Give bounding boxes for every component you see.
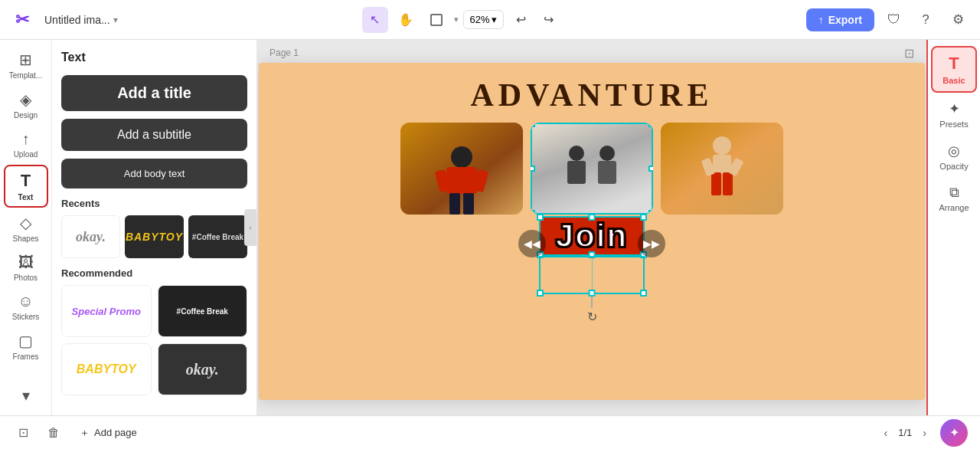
prev-slide-button[interactable]: ◀◀ <box>518 230 546 257</box>
recent-item-babytoy[interactable]: BABYTOY <box>125 215 184 258</box>
rec-item-special-promo[interactable]: Special Promo <box>61 285 152 337</box>
select-tool-button[interactable]: ↖ <box>362 7 388 33</box>
help-button[interactable]: ? <box>913 7 939 33</box>
sidebar-item-label-frames: Frames <box>13 352 39 361</box>
handle-tr[interactable] <box>648 123 653 127</box>
add-body-button[interactable]: Add body text <box>61 159 247 188</box>
rp-label-basic: Basic <box>942 76 965 85</box>
sidebar-item-label-shapes: Shapes <box>13 234 39 243</box>
design-canvas[interactable]: ADVANTURE <box>259 63 925 400</box>
panel-title: Text <box>61 51 247 64</box>
canvas-image-2[interactable]: ✏ ▾ | ⧉ ••• <box>531 123 653 215</box>
text-box-empty[interactable] <box>539 256 645 294</box>
file-dropdown[interactable]: Untitled ima... ▾ <box>44 14 118 26</box>
sidebar-item-label-design: Design <box>14 111 38 120</box>
svg-rect-6 <box>449 193 460 215</box>
sel-handle-tr[interactable] <box>640 214 647 221</box>
rp-item-presets[interactable]: ✦ Presets <box>931 94 977 135</box>
delete-button[interactable]: 🗑 <box>43 422 64 444</box>
sidebar-item-design[interactable]: ◈ Design <box>4 86 48 124</box>
rotate-handle[interactable]: ↻ <box>583 308 600 325</box>
canvas-options-button[interactable]: ⊡ <box>904 46 914 61</box>
settings-button[interactable]: ⚙ <box>945 7 971 33</box>
add-page-button[interactable]: ＋ Add page <box>74 423 143 443</box>
page-indicator: 1/1 <box>898 427 912 438</box>
sidebar-item-label-text: Text <box>18 193 34 202</box>
ai-button[interactable]: ✦ <box>940 419 968 447</box>
handle-mr[interactable] <box>648 166 653 172</box>
text-icon: T <box>21 171 31 191</box>
next-page-button[interactable]: › <box>918 425 931 441</box>
handle-br[interactable] <box>648 210 653 215</box>
more-icon: ▾ <box>22 386 30 405</box>
images-row: ✏ ▾ | ⧉ ••• <box>259 123 925 215</box>
redo-button[interactable]: ↪ <box>536 7 562 33</box>
empty-handle-br[interactable] <box>640 290 647 297</box>
shield-button[interactable]: 🛡 <box>880 7 906 33</box>
sidebar-item-text[interactable]: T Text <box>4 165 48 208</box>
frame-tool-button[interactable] <box>423 7 449 33</box>
left-sidebar: ⊞ Templat... ◈ Design ↑ Upload T Text ◇ … <box>0 40 52 415</box>
sidebar-item-templates[interactable]: ⊞ Templat... <box>4 46 48 84</box>
templates-icon: ⊞ <box>19 51 32 69</box>
sel-handle-tm[interactable] <box>589 214 596 221</box>
recent-item-coffeebreak[interactable]: #Coffee Break <box>188 215 247 258</box>
sidebar-item-stickers[interactable]: ☺ Stickers <box>4 288 48 326</box>
zoom-dropdown-icon: ▾ <box>492 14 497 25</box>
presets-icon: ✦ <box>949 100 960 117</box>
recommended-section-title: Recommended <box>61 267 247 279</box>
export-button[interactable]: ↑ Export <box>806 8 874 31</box>
duplicate-button[interactable]: ⊡ <box>12 422 34 444</box>
handle-bl[interactable] <box>531 210 535 215</box>
main-layout: ⊞ Templat... ◈ Design ↑ Upload T Text ◇ … <box>0 40 980 415</box>
panel-collapse-button[interactable]: ‹ <box>244 209 256 246</box>
okay-rec-text: okay. <box>186 361 219 379</box>
basic-icon: T <box>949 54 959 74</box>
sidebar-item-label-photos: Photos <box>14 274 38 282</box>
recent-item-okay[interactable]: okay. <box>61 215 120 258</box>
handle-ml[interactable] <box>531 166 535 172</box>
add-page-icon: ＋ <box>80 426 90 440</box>
add-title-button[interactable]: Add a title <box>61 75 247 111</box>
empty-handle-bm[interactable] <box>589 290 596 297</box>
undo-button[interactable]: ↩ <box>508 7 534 33</box>
sidebar-item-photos[interactable]: 🖼 Photos <box>4 249 48 287</box>
logo[interactable]: ✂ <box>9 7 35 33</box>
upload-icon: ↑ <box>22 130 30 148</box>
sidebar-item-more[interactable]: ▾ <box>4 382 48 409</box>
empty-handle-bl[interactable] <box>537 290 544 297</box>
svg-rect-17 <box>723 172 733 195</box>
hand-tool-button[interactable]: ✋ <box>393 7 419 33</box>
canvas-image-1[interactable] <box>400 123 523 215</box>
stickers-icon: ☺ <box>18 293 33 310</box>
prev-page-button[interactable]: ‹ <box>880 425 893 441</box>
canvas-image-3[interactable] <box>661 123 783 215</box>
next-slide-button[interactable]: ▶▶ <box>638 230 665 257</box>
canvas-area[interactable]: Page 1 ⊡ ADVANTURE <box>257 40 926 415</box>
rp-item-arrange[interactable]: ⧉ Arrange <box>931 179 977 218</box>
rec-item-babytoy[interactable]: BABYTOY <box>61 343 152 395</box>
arrange-icon: ⧉ <box>949 185 959 201</box>
sel-handle-tl[interactable] <box>537 214 544 221</box>
rp-item-opacity[interactable]: ◎ Opacity <box>931 136 977 177</box>
canvas-design-title: ADVANTURE <box>259 63 925 113</box>
add-page-label: Add page <box>94 427 137 438</box>
rp-item-basic[interactable]: T Basic <box>931 46 977 93</box>
rp-label-arrange: Arrange <box>939 203 969 212</box>
sidebar-item-label-stickers: Stickers <box>12 313 40 321</box>
handle-tl[interactable] <box>531 123 535 127</box>
page-label: Page 1 <box>270 48 299 58</box>
photos-icon: 🖼 <box>18 254 34 271</box>
rec-item-okay[interactable]: okay. <box>158 343 248 395</box>
add-subtitle-button[interactable]: Add a subtitle <box>61 119 247 151</box>
opacity-icon: ◎ <box>948 143 960 159</box>
svg-rect-0 <box>431 15 442 25</box>
zoom-control[interactable]: 62% ▾ <box>463 10 504 29</box>
rec-item-coffee-break[interactable]: #Coffee Break <box>158 285 248 337</box>
sidebar-item-frames[interactable]: ▢ Frames <box>4 327 48 365</box>
file-dropdown-icon: ▾ <box>113 15 118 25</box>
topbar: ✂ Untitled ima... ▾ ↖ ✋ ▾ 62% ▾ ↩ ↪ ↑ Ex… <box>0 0 980 40</box>
sidebar-item-shapes[interactable]: ◇ Shapes <box>4 209 48 247</box>
design-icon: ◈ <box>20 90 31 109</box>
sidebar-item-upload[interactable]: ↑ Upload <box>4 126 48 163</box>
